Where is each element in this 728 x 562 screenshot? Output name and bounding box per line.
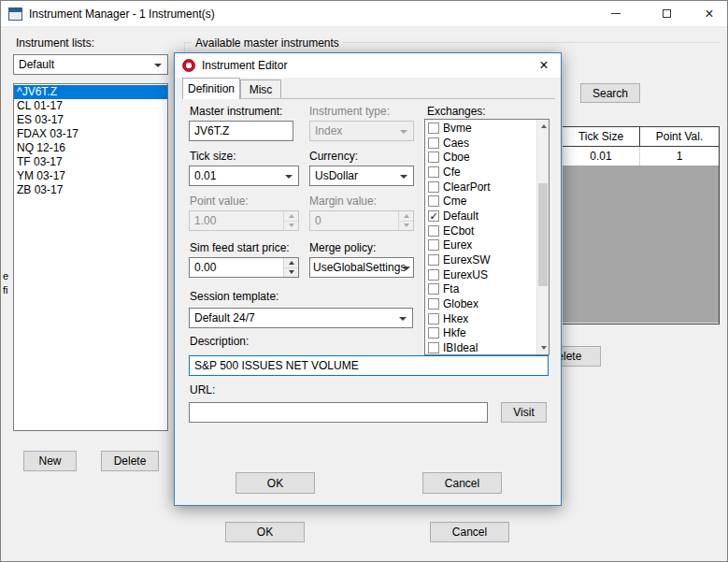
merge-policy-dropdown[interactable]: UseGlobalSettings <box>309 257 414 278</box>
instrument-list-item[interactable]: CL 01-17 <box>14 99 167 113</box>
exchange-item[interactable]: Globex <box>425 296 536 311</box>
exchange-item[interactable]: Cfe <box>425 165 536 180</box>
exchange-item[interactable]: Fta <box>425 282 536 297</box>
checkbox-icon[interactable] <box>428 269 439 281</box>
master-instrument-input[interactable]: JV6T.Z <box>189 121 293 141</box>
checkbox-icon[interactable] <box>428 151 439 163</box>
close-button[interactable]: × <box>690 1 728 26</box>
spinner-down-icon <box>284 222 298 231</box>
point-value-spinner: 1.00 <box>189 210 299 231</box>
minimize-button[interactable] <box>596 1 635 26</box>
cancel-button[interactable]: Cancel <box>430 522 509 542</box>
currency-label: Currency: <box>309 150 358 163</box>
dialog-title: Instrument Editor <box>202 59 287 72</box>
exchange-label: IBIdeal <box>443 341 478 354</box>
search-button-label: Search <box>592 87 628 100</box>
dropdown-value: 0.01 <box>194 169 216 182</box>
search-button[interactable]: Search <box>580 83 640 103</box>
delete-button[interactable]: Delete <box>101 451 159 471</box>
exchange-label: Eurex <box>443 238 472 252</box>
tab-misc[interactable]: Misc <box>240 79 281 98</box>
exchange-item[interactable]: Cme <box>425 194 536 209</box>
exchange-item[interactable]: Eurex <box>425 238 536 253</box>
scroll-down-icon[interactable] <box>537 341 550 354</box>
exchange-item[interactable]: Caes <box>425 136 536 151</box>
cancel-button-label: Cancel <box>452 526 487 539</box>
exchange-item[interactable]: EurexSW <box>425 252 536 267</box>
instrument-list-item[interactable]: FDAX 03-17 <box>14 127 167 141</box>
checkbox-icon[interactable] <box>428 122 439 134</box>
exchange-item[interactable]: ECbot <box>425 223 536 238</box>
close-icon: × <box>705 7 713 22</box>
point-value-label: Point value: <box>190 195 249 208</box>
checkbox-icon[interactable] <box>428 298 439 310</box>
instrument-list-item[interactable]: ES 03-17 <box>14 113 167 127</box>
exchange-label: ECbot <box>443 224 474 238</box>
checkbox-icon[interactable] <box>428 342 439 353</box>
exchange-item[interactable]: Hkex <box>425 311 536 326</box>
sim-feed-start-price-spinner[interactable]: 0.00 <box>189 257 299 278</box>
tab-definition[interactable]: Definition <box>182 78 240 99</box>
instrument-type-label: Instrument type: <box>309 105 390 118</box>
url-input[interactable] <box>189 402 488 423</box>
checkbox-icon[interactable] <box>428 195 439 207</box>
dialog-cancel-button[interactable]: Cancel <box>422 472 502 494</box>
exchanges-label: Exchanges: <box>427 105 486 118</box>
spinner-up-icon <box>284 211 298 222</box>
exchange-label: Bvme <box>443 122 472 135</box>
new-button[interactable]: New <box>23 451 77 471</box>
exchanges-list[interactable]: BvmeCaesCboeCfeClearPortCme✓DefaultECbot… <box>424 119 550 355</box>
chevron-down-icon <box>400 175 407 179</box>
dialog-ok-button[interactable]: OK <box>236 472 315 494</box>
dialog-close-button[interactable]: × <box>530 54 558 77</box>
session-template-label: Session template: <box>190 290 278 303</box>
ok-button[interactable]: OK <box>225 522 305 542</box>
scrollbar-thumb[interactable] <box>538 183 548 286</box>
checkbox-icon[interactable] <box>428 283 439 295</box>
dropdown-value: Index <box>315 124 342 137</box>
exchanges-scrollbar[interactable] <box>536 120 549 354</box>
spinner-up-icon[interactable] <box>284 258 298 268</box>
checkbox-icon[interactable] <box>428 327 439 339</box>
exchange-item[interactable]: IBIdeal <box>425 340 536 354</box>
app-icon <box>8 7 22 21</box>
tick-size-dropdown[interactable]: 0.01 <box>189 166 299 186</box>
description-input[interactable]: S&P 500 ISSUES NET VOLUME <box>189 355 549 376</box>
instrument-list-item[interactable]: ZB 03-17 <box>14 183 167 197</box>
column-header[interactable]: Point Val. <box>639 127 719 146</box>
instrument-list-dropdown[interactable]: Default <box>13 54 168 75</box>
exchange-label: Cboe <box>443 151 470 164</box>
checkbox-icon[interactable] <box>428 181 439 193</box>
visit-button[interactable]: Visit <box>501 402 547 423</box>
maximize-button[interactable] <box>647 1 686 26</box>
exchange-label: Default <box>443 209 478 223</box>
chevron-down-icon <box>154 64 162 67</box>
checkbox-icon[interactable] <box>428 225 439 237</box>
spinner-value: 1.00 <box>190 211 283 230</box>
column-header[interactable]: Tick Size <box>563 127 639 146</box>
exchange-item[interactable]: Hkfe <box>425 326 536 341</box>
instrument-list-item[interactable]: YM 03-17 <box>14 169 167 183</box>
currency-dropdown[interactable]: UsDollar <box>309 166 414 186</box>
exchange-label: Hkfe <box>443 326 466 339</box>
exchange-item[interactable]: ClearPort <box>425 180 536 195</box>
exchange-label: Cme <box>443 195 466 208</box>
checkbox-icon[interactable] <box>428 137 439 149</box>
exchange-item[interactable]: Bvme <box>425 121 536 136</box>
scroll-up-icon[interactable] <box>537 120 550 133</box>
instrument-list-item[interactable]: NQ 12-16 <box>14 141 167 155</box>
instrument-list[interactable]: ^JV6T.ZCL 01-17ES 03-17FDAX 03-17NQ 12-1… <box>13 83 168 431</box>
master-table-row[interactable]: 0.011 <box>563 147 719 166</box>
checkbox-icon[interactable] <box>428 239 439 251</box>
exchange-item[interactable]: ✓Default <box>425 209 536 223</box>
exchange-item[interactable]: Cboe <box>425 150 536 165</box>
spinner-down-icon[interactable] <box>284 268 298 278</box>
instrument-list-item[interactable]: ^JV6T.Z <box>14 85 167 99</box>
session-template-dropdown[interactable]: Default 24/7 <box>189 308 413 328</box>
instrument-list-item[interactable]: TF 03-17 <box>14 155 167 169</box>
checkbox-icon[interactable]: ✓ <box>428 210 439 222</box>
checkbox-icon[interactable] <box>428 254 439 266</box>
checkbox-icon[interactable] <box>428 166 439 178</box>
checkbox-icon[interactable] <box>428 313 439 324</box>
exchange-item[interactable]: EurexUS <box>425 267 536 282</box>
